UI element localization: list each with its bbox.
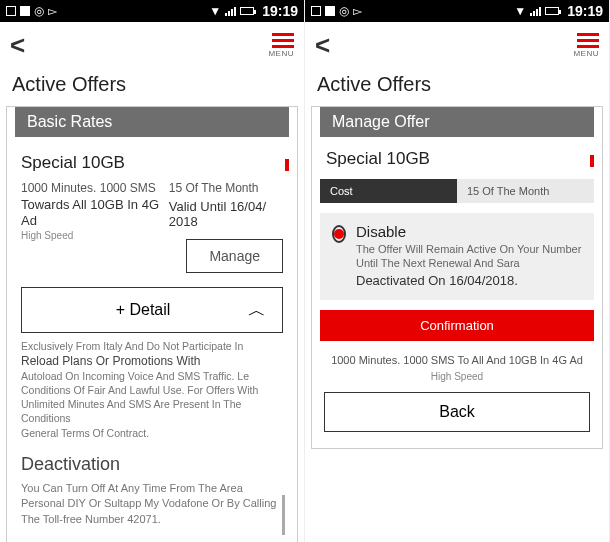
gps-icon: ◎ [339, 4, 349, 18]
status-bar: ◎ ▻ ▼ 19:19 [305, 0, 609, 22]
phone-right: ◎ ▻ ▼ 19:19 < MENU Active Offers Manage … [305, 0, 610, 542]
status-icon [325, 6, 335, 16]
offer-name: Special 10GB [326, 149, 588, 169]
disable-date: Deactivated On 16/04/2018. [356, 273, 582, 288]
section-header: Manage Offer [320, 107, 594, 137]
fine-line: Autoload On Incoming Voice And SMS Traff… [21, 369, 283, 383]
offer-summary-sub: High Speed [312, 371, 602, 382]
deactivation-text: You Can Turn Off At Any Time From The Ar… [21, 481, 283, 527]
detail-toggle[interactable]: + Detail ︿ [21, 287, 283, 333]
disable-message: The Offer Will Remain Active On Your Num… [356, 242, 582, 271]
hamburger-icon [268, 33, 294, 48]
battery-icon [545, 7, 559, 15]
minutes-sms-text: 1000 Minutes. 1000 SMS [21, 181, 161, 197]
back-button[interactable]: < [10, 30, 25, 61]
confirmation-button[interactable]: Confirmation [320, 310, 594, 341]
manage-button[interactable]: Manage [186, 239, 283, 273]
wifi-icon: ▼ [514, 4, 526, 18]
deactivation-title: Deactivation [21, 454, 283, 475]
fine-print: Exclusively From Italy And Do Not Partic… [21, 339, 283, 440]
disable-option[interactable]: Disable The Offer Will Remain Active On … [320, 213, 594, 300]
manage-card: Manage Offer Special 10GB Cost 15 Of The… [311, 106, 603, 449]
page-title: Active Offers [305, 65, 609, 106]
wifi-icon: ▼ [209, 4, 221, 18]
menu-button[interactable]: MENU [268, 33, 294, 58]
renew-day: 15 Of The Month [169, 181, 283, 197]
offer-name: Special 10GB [21, 153, 283, 173]
tabs: Cost 15 Of The Month [320, 179, 594, 203]
chevron-up-icon: ︿ [248, 298, 266, 322]
signal-icon [225, 6, 236, 16]
status-time: 19:19 [262, 3, 298, 19]
tab-cost[interactable]: Cost [320, 179, 457, 203]
page-title: Active Offers [0, 65, 304, 106]
hamburger-icon [573, 33, 599, 48]
battery-icon [240, 7, 254, 15]
phone-left: ◎ ▻ ▼ 19:19 < MENU Active Offers Basic R… [0, 0, 305, 542]
detail-label: + Detail [38, 301, 248, 319]
fine-line: General Terms Of Contract. [21, 426, 283, 440]
valid-until: Valid Until 16/04/ 2018 [169, 199, 283, 229]
speed-text: High Speed [21, 230, 161, 241]
status-bar: ◎ ▻ ▼ 19:19 [0, 0, 304, 22]
status-icon [6, 6, 16, 16]
back-button-large[interactable]: Back [324, 392, 590, 432]
section-header: Basic Rates [15, 107, 289, 137]
fine-line: Reload Plans Or Promotions With [21, 353, 283, 369]
scrollbar[interactable] [282, 495, 285, 535]
back-button[interactable]: < [315, 30, 330, 61]
menu-button[interactable]: MENU [573, 33, 599, 58]
towards-text: Towards All 10GB In 4G Ad [21, 197, 161, 231]
menu-label: MENU [268, 49, 294, 58]
gps-icon: ◎ [34, 4, 44, 18]
app-header: < MENU [305, 22, 609, 65]
offer-card: Basic Rates Special 10GB 1000 Minutes. 1… [6, 106, 298, 542]
status-icon [20, 6, 30, 16]
offer-summary: 1000 Minutes. 1000 SMS To All And 10GB I… [312, 349, 602, 371]
menu-label: MENU [573, 49, 599, 58]
signal-icon [530, 6, 541, 16]
flag-icon: ▻ [48, 4, 57, 18]
app-header: < MENU [0, 22, 304, 65]
status-time: 19:19 [567, 3, 603, 19]
tab-renew-day[interactable]: 15 Of The Month [457, 179, 594, 203]
radio-selected-icon [332, 225, 346, 243]
fine-line: Exclusively From Italy And Do Not Partic… [21, 339, 283, 353]
disable-title: Disable [356, 223, 582, 240]
flag-icon: ▻ [353, 4, 362, 18]
status-icon [311, 6, 321, 16]
fine-line: Conditions Of Fair And Lawful Use. For O… [21, 383, 283, 426]
